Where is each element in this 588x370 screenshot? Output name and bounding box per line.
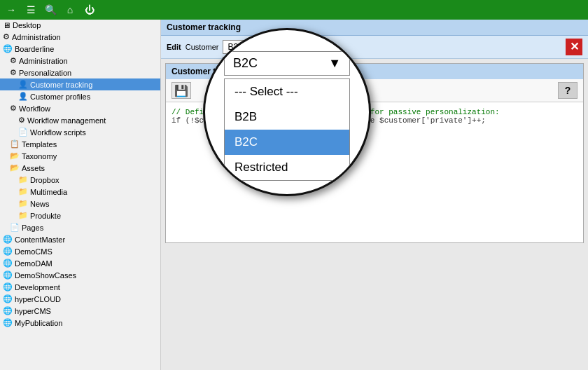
sidebar-item-demodam[interactable]: 🌐 DemoDAM <box>0 257 160 269</box>
magnify-option-select[interactable]: --- Select --- <box>225 79 349 104</box>
sidebar-item-label: MyPublication <box>15 319 62 327</box>
script-icon: 📄 <box>18 128 28 137</box>
sidebar-item-multimedia[interactable]: 📁 Multimedia <box>0 186 160 198</box>
workflow-icon: ⚙ <box>10 104 17 113</box>
sidebar-item-pages[interactable]: 📄 Pages <box>0 221 160 233</box>
sidebar-item-label: Administration <box>19 57 68 65</box>
sidebar-item-assets[interactable]: 📂 Assets <box>0 162 160 174</box>
sidebar-item-produkte[interactable]: 📁 Produkte <box>0 210 160 221</box>
sidebar-item-label: Produkte <box>30 212 61 220</box>
sidebar-item-boarderline[interactable]: 🌐 Boarderline <box>0 43 160 55</box>
sidebar-item-personalization[interactable]: ⚙ Personalization <box>0 67 160 78</box>
sidebar-item-hypercloud[interactable]: 🌐 hyperCLOUD <box>0 293 160 305</box>
dcms-icon: 🌐 <box>3 247 13 256</box>
sidebar-item-label: Administration <box>12 33 61 41</box>
sidebar-item-demoshowcases[interactable]: 🌐 DemoShowCases <box>0 269 160 281</box>
magnify-value: B2C <box>233 56 258 71</box>
globe-icon: 🌐 <box>3 44 13 53</box>
sidebar-item-desktop[interactable]: 🖥 Desktop <box>0 20 160 31</box>
hcloud-icon: 🌐 <box>3 294 13 303</box>
desktop-icon: 🖥 <box>3 21 10 29</box>
sidebar-item-label: DemoShowCases <box>15 271 76 280</box>
sidebar-item-label: Dropbox <box>30 176 59 184</box>
mpub-icon: 🌐 <box>3 318 13 327</box>
sidebar-item-workflow[interactable]: ⚙ Workflow <box>0 102 160 114</box>
home-icon[interactable]: ⌂ <box>63 3 77 17</box>
sidebar-item-label: DemoCMS <box>15 247 52 256</box>
ddam-icon: 🌐 <box>3 259 13 268</box>
gear-icon: ⚙ <box>10 56 17 65</box>
customer-label: Customer <box>186 43 219 51</box>
sidebar-item-label: News <box>30 200 50 208</box>
sidebar-item-mypublication[interactable]: 🌐 MyPublication <box>0 317 160 329</box>
sidebar-item-label: Personalization <box>19 69 71 77</box>
sidebar-item-customer-profiles[interactable]: 👤 Customer profiles <box>0 90 160 102</box>
sidebar-item-label: Workflow scripts <box>30 128 86 137</box>
sidebar-item-label: Desktop <box>13 21 41 29</box>
sidebar-item-label: Customer profiles <box>30 92 90 101</box>
menu-icon[interactable]: → <box>4 3 18 17</box>
edit-label: Edit <box>167 43 181 51</box>
sidebar: 🖥 Desktop ⚙ Administration 🌐 Boarderline… <box>0 20 161 370</box>
folder-icon-3: 📁 <box>18 199 28 208</box>
content-area: Customer tracking Edit Customer B2C ▼ --… <box>161 20 588 370</box>
sidebar-item-administration[interactable]: ⚙ Administration <box>0 55 160 67</box>
sidebar-item-administration-top[interactable]: ⚙ Administration <box>0 31 160 43</box>
sidebar-item-templates[interactable]: 📋 Templates <box>0 138 160 150</box>
sidebar-item-label: Workflow management <box>27 116 106 125</box>
sidebar-item-democms[interactable]: 🌐 DemoCMS <box>0 245 160 257</box>
save-button[interactable]: 💾 <box>172 82 191 99</box>
magnify-option-b2c[interactable]: B2C <box>225 130 349 155</box>
magnify-dropdown-button[interactable]: B2C ▼ <box>224 51 350 76</box>
taxonomy-icon: 📂 <box>10 151 20 160</box>
assets-icon: 📂 <box>10 163 20 172</box>
sidebar-item-label: Development <box>15 283 60 292</box>
sidebar-item-development[interactable]: 🌐 Development <box>0 281 160 293</box>
sidebar-item-workflow-scripts[interactable]: 📄 Workflow scripts <box>0 126 160 138</box>
sidebar-item-news[interactable]: 📁 News <box>0 198 160 210</box>
sidebar-item-label: Pages <box>22 224 43 232</box>
help-button[interactable]: ? <box>558 82 578 99</box>
dev-icon: 🌐 <box>3 282 13 292</box>
magnify-chevron-down-icon: ▼ <box>328 56 341 71</box>
main-toolbar: → ☰ 🔍 ⌂ ⏻ <box>0 0 588 20</box>
magnify-popup: --- Select --- B2B B2C Restricted <box>224 78 350 181</box>
cm-icon: 🌐 <box>3 235 13 244</box>
sidebar-item-dropbox[interactable]: 📁 Dropbox <box>0 174 160 186</box>
search-icon[interactable]: 🔍 <box>43 3 57 17</box>
main-layout: 🖥 Desktop ⚙ Administration 🌐 Boarderline… <box>0 20 588 370</box>
sidebar-item-customer-tracking[interactable]: 👤 Customer tracking <box>0 78 160 90</box>
power-icon[interactable]: ⏻ <box>83 3 97 17</box>
magnify-option-restricted[interactable]: Restricted <box>225 155 349 180</box>
sidebar-item-label: hyperCLOUD <box>15 295 61 303</box>
sidebar-item-label: Taxonomy <box>22 152 57 160</box>
panel-header: Customer tracking <box>161 20 588 36</box>
sidebar-item-label: DemoDAM <box>15 259 52 268</box>
sidebar-item-label: ContentMaster <box>15 235 65 244</box>
hamburger-icon[interactable]: ☰ <box>24 3 38 17</box>
sidebar-item-label: Boarderline <box>15 45 54 53</box>
pages-icon: 📄 <box>10 223 20 232</box>
sidebar-item-label: Multimedia <box>30 188 67 196</box>
sidebar-item-label: Templates <box>22 140 57 149</box>
wf-mgmt-icon: ⚙ <box>18 116 25 125</box>
sidebar-item-label: Workflow <box>19 104 50 113</box>
sidebar-item-label: Assets <box>22 164 45 172</box>
templates-icon: 📋 <box>10 139 20 149</box>
sidebar-item-label: Customer tracking <box>30 81 92 89</box>
folder-icon: 📁 <box>18 175 28 184</box>
sidebar-item-label: hyperCMS <box>15 307 51 315</box>
user-icon: 👤 <box>18 80 28 89</box>
gear-icon-2: ⚙ <box>10 68 17 77</box>
admin-icon: ⚙ <box>3 32 10 41</box>
sidebar-item-taxonomy[interactable]: 📂 Taxonomy <box>0 150 160 162</box>
close-button[interactable]: ✕ <box>566 39 582 55</box>
sidebar-item-contentmaster[interactable]: 🌐 ContentMaster <box>0 233 160 245</box>
sidebar-item-hypercms[interactable]: 🌐 hyperCMS <box>0 305 160 317</box>
folder-icon-4: 📁 <box>18 211 28 220</box>
sidebar-item-workflow-management[interactable]: ⚙ Workflow management <box>0 114 160 126</box>
dsc-icon: 🌐 <box>3 270 13 280</box>
magnify-option-b2b[interactable]: B2B <box>225 104 349 130</box>
user-icon-2: 👤 <box>18 92 28 101</box>
hcms-icon: 🌐 <box>3 306 13 315</box>
